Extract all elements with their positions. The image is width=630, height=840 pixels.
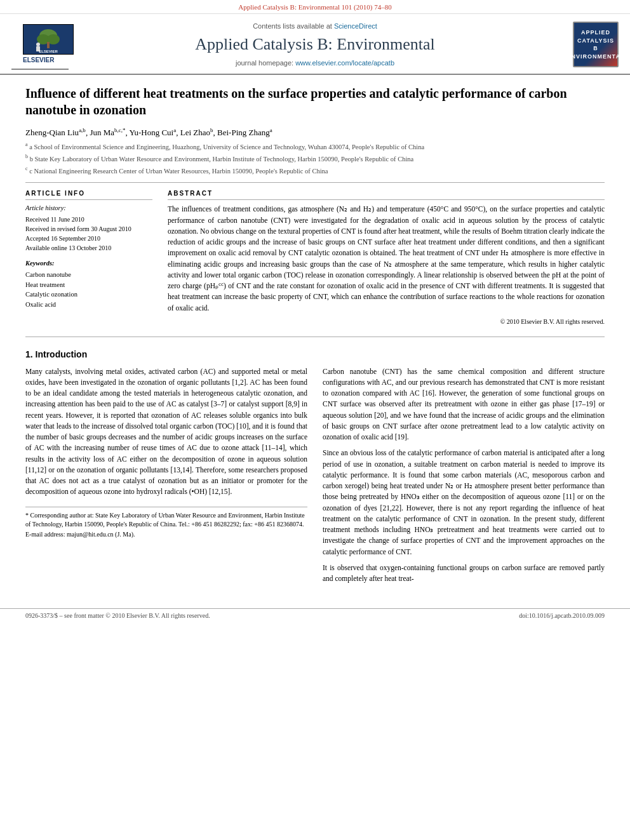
available-date: Available online 13 October 2010 — [25, 244, 152, 253]
contents-label: Contents lists available at — [253, 22, 332, 30]
main-content: 1. Introduction Many catalysts, involvin… — [25, 349, 605, 589]
svg-point-5 — [36, 43, 40, 46]
homepage-link[interactable]: www.elsevier.com/locate/apcatb — [295, 59, 394, 67]
abstract-label: ABSTRACT — [168, 189, 605, 200]
introduction-two-col: Many catalysts, involving metal oxides, … — [25, 366, 605, 590]
contents-available-line: Contents lists available at ScienceDirec… — [69, 22, 561, 31]
keywords-block: Keywords: Carbon nanotube Heat treatment… — [25, 259, 152, 309]
footnote-corresponding: * Corresponding author at: State Key Lab… — [25, 511, 307, 529]
footer-issn: 0926-3373/$ – see front matter © 2010 El… — [25, 611, 210, 620]
journal-center-info: Contents lists available at ScienceDirec… — [69, 22, 561, 68]
author-zheng: Zheng-Qian Liua,b, Jun Mab,c,*, Yu-Hong … — [25, 128, 272, 137]
footer-doi: doi:10.1016/j.apcatb.2010.09.009 — [519, 611, 605, 620]
keyword-1: Carbon nanotube — [25, 270, 152, 280]
svg-text:ELSEVIER: ELSEVIER — [39, 50, 58, 53]
intro-right-para-2: Since an obvious loss of the catalytic p… — [323, 448, 605, 557]
footnote-section: * Corresponding author at: State Key Lab… — [25, 507, 307, 539]
abstract-column: ABSTRACT The influences of treatment con… — [168, 189, 605, 326]
intro-right-column: Carbon nanotube (CNT) has the same chemi… — [323, 366, 605, 590]
abstract-paragraph: The influences of treatment conditions, … — [168, 204, 605, 314]
badge-text: APPLIEDCATALYSISBENVIRONMENTAL — [567, 29, 625, 60]
elsevier-label: ELSEVIER — [23, 56, 54, 65]
body-divider — [25, 337, 605, 337]
catalysis-badge-block: APPLIEDCATALYSISBENVIRONMENTAL — [561, 22, 619, 67]
elsevier-image: ELSEVIER — [23, 24, 74, 55]
journal-reference-bar: Applied Catalysis B: Environmental 101 (… — [0, 0, 630, 14]
homepage-line: journal homepage: www.elsevier.com/locat… — [69, 58, 561, 68]
affiliation-c: c c National Engineering Research Center… — [25, 165, 605, 176]
homepage-label: journal homepage: — [236, 59, 293, 67]
copyright-line: © 2010 Elsevier B.V. All rights reserved… — [168, 317, 605, 326]
affiliation-a: a a School of Environmental Science and … — [25, 141, 605, 152]
keyword-4: Oxalic acid — [25, 300, 152, 310]
journal-ref-text: Applied Catalysis B: Environmental 101 (… — [238, 3, 391, 11]
intro-right-para-3: It is observed that oxygen-containing fu… — [323, 563, 605, 585]
accepted-date: Accepted 16 September 2010 — [25, 234, 152, 243]
elsevier-logo-block: ELSEVIER ELSEVIER — [11, 19, 69, 70]
affiliation-b: b b State Key Laboratory of Urban Water … — [25, 153, 605, 164]
sciencedirect-link[interactable]: ScienceDirect — [334, 22, 377, 30]
history-label: Article history: — [25, 204, 152, 213]
keywords-label: Keywords: — [25, 259, 152, 269]
authors-line: Zheng-Qian Liua,b, Jun Mab,c,*, Yu-Hong … — [25, 126, 605, 138]
keyword-3: Catalytic ozonation — [25, 290, 152, 300]
journal-title: Applied Catalysis B: Environmental — [69, 33, 561, 56]
header-divider — [25, 182, 605, 183]
article-info-abstract-section: ARTICLE INFO Article history: Received 1… — [25, 189, 605, 326]
article-body: Influence of different heat treatments o… — [0, 75, 630, 602]
page-footer: 0926-3373/$ – see front matter © 2010 El… — [0, 608, 630, 623]
article-info-column: ARTICLE INFO Article history: Received 1… — [25, 189, 152, 326]
received-revised-date: Received in revised form 30 August 2010 — [25, 225, 152, 234]
intro-left-column: Many catalysts, involving metal oxides, … — [25, 366, 307, 590]
affiliations-block: a a School of Environmental Science and … — [25, 141, 605, 177]
journal-header: ELSEVIER ELSEVIER Contents lists availab… — [0, 14, 630, 75]
intro-left-para-1: Many catalysts, involving metal oxides, … — [25, 366, 307, 498]
article-history-block: Article history: Received 11 June 2010 R… — [25, 204, 152, 253]
catalysis-badge: APPLIEDCATALYSISBENVIRONMENTAL — [573, 22, 619, 67]
article-info-label: ARTICLE INFO — [25, 189, 152, 200]
introduction-heading: 1. Introduction — [25, 349, 605, 361]
keyword-2: Heat treatment — [25, 281, 152, 290]
abstract-text: The influences of treatment conditions, … — [168, 204, 605, 314]
intro-right-para-1: Carbon nanotube (CNT) has the same chemi… — [323, 366, 605, 443]
footnote-email: E-mail address: majun@hit.edu.cn (J. Ma)… — [25, 530, 307, 539]
article-title: Influence of different heat treatments o… — [25, 85, 605, 118]
received-date: Received 11 June 2010 — [25, 215, 152, 224]
svg-rect-4 — [47, 42, 50, 48]
